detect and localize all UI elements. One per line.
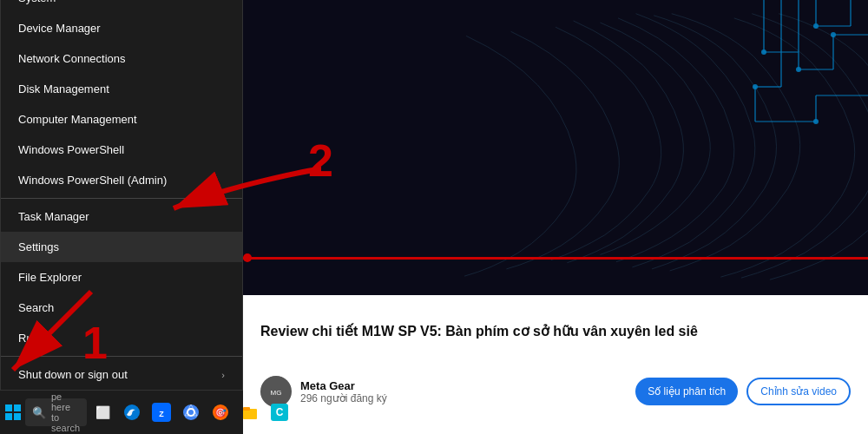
menu-item-device-manager[interactable]: Device Manager (1, 13, 242, 43)
analytics-button[interactable]: Số liệu phân tích (635, 378, 738, 405)
edit-video-button[interactable]: Chỉnh sửa video (746, 378, 851, 405)
menu-item-computer-management[interactable]: Computer Management (1, 104, 242, 135)
file-explorer-icon[interactable] (238, 400, 262, 424)
start-button[interactable] (4, 398, 22, 426)
submenu-arrow-icon: › (221, 370, 225, 380)
svg-rect-26 (14, 404, 21, 411)
circuit-lines (625, 0, 868, 226)
channel-subs: 296 người đăng ký (300, 392, 387, 404)
number-1-annotation: 1 (82, 317, 108, 369)
progress-indicator (243, 253, 252, 262)
svg-text:C: C (276, 406, 284, 418)
svg-text:MG: MG (271, 389, 282, 397)
menu-item-disk-management[interactable]: Disk Management (1, 74, 242, 104)
game-icon[interactable]: 🎯 (208, 400, 233, 424)
svg-rect-38 (243, 407, 250, 411)
chrome-icon[interactable] (179, 400, 203, 424)
svg-point-18 (813, 23, 819, 29)
app-icon-blue[interactable]: C (267, 400, 292, 424)
video-title: Review chi tiết M1W SP V5: Bàn phím cơ s… (260, 322, 851, 341)
svg-text:Z: Z (159, 410, 164, 418)
menu-item-network-connections[interactable]: Network Connections (1, 43, 242, 74)
task-view-icon[interactable]: ⬜ (90, 400, 115, 424)
video-background (243, 0, 868, 295)
taskbar-icon-group: ⬜ Z 🎯 C (90, 400, 292, 424)
video-info-panel: Review chi tiết M1W SP V5: Bàn phím cơ s… (243, 295, 868, 434)
svg-point-16 (831, 32, 836, 37)
search-text: pe here to search (51, 391, 80, 433)
svg-point-19 (753, 84, 758, 89)
svg-point-34 (188, 410, 194, 415)
video-progress-bar[interactable] (243, 257, 868, 260)
svg-point-17 (761, 49, 766, 55)
search-icon: 🔍 (32, 406, 46, 419)
svg-text:🎯: 🎯 (214, 406, 227, 418)
taskbar-search-box[interactable]: 🔍 pe here to search (25, 398, 87, 426)
svg-point-15 (796, 67, 801, 72)
edge-icon[interactable] (120, 400, 144, 424)
svg-rect-25 (5, 404, 12, 411)
zalo-icon[interactable]: Z (149, 400, 174, 424)
arrow-2-annotation (156, 161, 330, 225)
channel-row: MG Meta Gear 296 người đăng ký Số liệu p… (260, 376, 851, 407)
svg-rect-28 (14, 413, 21, 420)
svg-rect-27 (5, 413, 12, 420)
number-2-annotation: 2 (308, 135, 333, 187)
channel-name: Meta Gear (300, 379, 387, 392)
action-buttons: Số liệu phân tích Chỉnh sửa video (635, 378, 851, 405)
svg-point-20 (813, 119, 819, 124)
menu-item-settings[interactable]: Settings (1, 232, 242, 262)
menu-item-system[interactable]: System (1, 0, 242, 13)
taskbar: 🔍 pe here to search ⬜ Z 🎯 C (0, 391, 243, 434)
channel-details: Meta Gear 296 người đăng ký (300, 379, 387, 404)
